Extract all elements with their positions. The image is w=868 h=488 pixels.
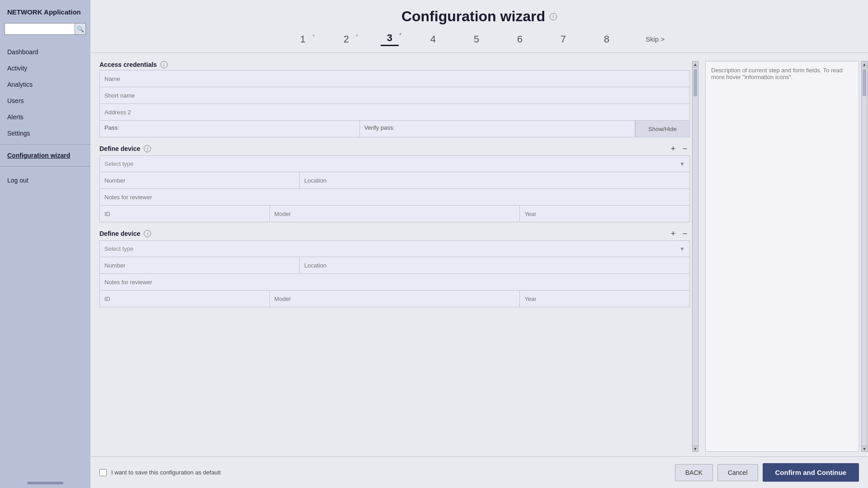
name-field-row (99, 70, 690, 87)
name-input[interactable] (100, 70, 689, 87)
right-scroll-thumb[interactable] (863, 69, 866, 96)
define-device-1-section: Define device i + − Select type ▼ (99, 144, 690, 222)
right-scroll-up-arrow[interactable]: ▲ (861, 61, 868, 67)
device2-model-input[interactable] (270, 291, 519, 307)
save-default-checkbox[interactable] (99, 469, 107, 476)
device1-model-input[interactable] (270, 206, 519, 222)
device2-id-input[interactable] (100, 291, 269, 307)
device2-number-input[interactable] (100, 257, 299, 273)
footer-buttons: BACK Cancel Confirm and Continue (675, 463, 859, 482)
sidebar-item-analytics[interactable]: Analytics (0, 76, 90, 93)
sidebar-scrollbar-track[interactable] (27, 482, 63, 484)
remove-device-1-button[interactable]: − (680, 144, 690, 154)
dropdown-arrow-1: ▼ (679, 161, 685, 167)
step-5[interactable]: 5 (467, 33, 486, 45)
address2-field-row (99, 103, 690, 120)
device2-year-input[interactable] (520, 291, 689, 307)
device2-number-location-row (99, 257, 690, 273)
step-3-required: * (399, 32, 401, 38)
sidebar: NETWORK Application 🔍 Dashboard Activity… (0, 0, 90, 488)
show-hide-button[interactable]: Show/Hide (635, 121, 689, 137)
define-device-2-actions: + − (668, 229, 690, 239)
step-6-label: 6 (517, 33, 523, 45)
step-bar: 1 * 2 * 3 * 4 5 6 7 8 (294, 32, 665, 52)
device1-number-input[interactable] (100, 172, 299, 188)
access-credentials-section: Access credentials i Pass: (99, 61, 690, 137)
footer-left: I want to save this configuration as def… (99, 469, 675, 476)
access-credentials-title: Access credentials (99, 61, 157, 68)
footer: I want to save this configuration as def… (90, 456, 868, 488)
sidebar-item-users[interactable]: Users (0, 93, 90, 109)
right-scrollbar: ▲ ▼ (861, 61, 868, 452)
back-button[interactable]: BACK (675, 464, 713, 481)
app-title: NETWORK Application (0, 0, 90, 23)
device2-notes-input[interactable] (100, 274, 689, 290)
pass-field-row: Pass: Verify pass: Show/Hide (99, 120, 690, 137)
verify-pass-input[interactable] (399, 121, 635, 137)
step-6[interactable]: 6 (511, 33, 529, 45)
sidebar-item-alerts[interactable]: Alerts (0, 109, 90, 125)
scroll-down-arrow[interactable]: ▼ (692, 446, 698, 452)
step-8-label: 8 (604, 33, 609, 45)
device1-location-input[interactable] (300, 172, 689, 188)
sidebar-scrollbar (0, 482, 90, 484)
address2-input[interactable] (100, 104, 689, 120)
main-content: Configuration wizard i 1 * 2 * 3 * 4 5 (90, 0, 868, 488)
device2-id-model-year-row (99, 290, 690, 307)
cancel-button[interactable]: Cancel (717, 464, 758, 481)
skip-button[interactable]: Skip > (646, 35, 665, 43)
define-device-1-actions: + − (668, 144, 690, 154)
access-credentials-info-icon[interactable]: i (160, 61, 168, 68)
step-7[interactable]: 7 (554, 33, 572, 45)
remove-device-2-button[interactable]: − (680, 229, 690, 239)
right-scroll-track[interactable] (861, 67, 868, 446)
device2-location-input[interactable] (300, 257, 689, 273)
device1-year-input[interactable] (520, 206, 689, 222)
step-2-label: 2 (344, 33, 349, 45)
device1-number-location-row (99, 172, 690, 188)
define-device-2-info-icon[interactable]: i (144, 230, 151, 237)
confirm-continue-button[interactable]: Confirm and Continue (763, 463, 859, 482)
add-device-1-button[interactable]: + (668, 144, 678, 154)
step-4-label: 4 (430, 33, 436, 45)
sidebar-item-log-out[interactable]: Log out (0, 172, 90, 188)
sidebar-item-dashboard[interactable]: Dashboard (0, 44, 90, 60)
sidebar-item-configuration-wizard[interactable]: Configuration wizard (0, 147, 90, 164)
define-device-1-header: Define device i + − (99, 144, 690, 154)
step-5-label: 5 (474, 33, 479, 45)
pass-input[interactable] (124, 121, 359, 137)
title-info-icon[interactable]: i (550, 13, 557, 20)
step-1[interactable]: 1 * (294, 33, 312, 45)
step-3[interactable]: 3 * (381, 32, 399, 46)
select-type-1-row[interactable]: Select type ▼ (99, 155, 690, 172)
scroll-thumb[interactable] (693, 69, 697, 96)
select-type-2-text: Select type (104, 245, 679, 252)
content-area: Access credentials i Pass: (90, 53, 868, 456)
select-type-2-row[interactable]: Select type ▼ (99, 240, 690, 257)
left-panel: Access credentials i Pass: (99, 61, 699, 452)
add-device-2-button[interactable]: + (668, 229, 678, 239)
step-8[interactable]: 8 (598, 33, 616, 45)
sidebar-item-settings[interactable]: Settings (0, 125, 90, 141)
step-4[interactable]: 4 (424, 33, 442, 45)
search-input[interactable] (5, 23, 75, 35)
search-icon[interactable]: 🔍 (75, 23, 86, 35)
device1-notes-input[interactable] (100, 189, 689, 205)
scroll-up-arrow[interactable]: ▲ (692, 61, 698, 67)
pass-label: Pass: (100, 121, 124, 137)
define-device-2-title: Define device (99, 230, 140, 237)
sidebar-item-activity[interactable]: Activity (0, 60, 90, 76)
dropdown-arrow-2: ▼ (679, 246, 685, 252)
device1-id-input[interactable] (100, 206, 269, 222)
short-name-input[interactable] (100, 87, 689, 103)
save-default-label: I want to save this configuration as def… (111, 469, 221, 476)
step-7-label: 7 (561, 33, 566, 45)
device2-notes-row (99, 273, 690, 290)
define-device-2-section: Define device i + − Select type ▼ (99, 229, 690, 307)
define-device-1-info-icon[interactable]: i (144, 145, 151, 152)
step-1-label: 1 (300, 33, 306, 45)
step-2[interactable]: 2 * (337, 33, 355, 45)
right-scroll-down-arrow[interactable]: ▼ (861, 446, 868, 452)
device1-id-model-year-row (99, 205, 690, 222)
scroll-track[interactable] (692, 67, 698, 446)
